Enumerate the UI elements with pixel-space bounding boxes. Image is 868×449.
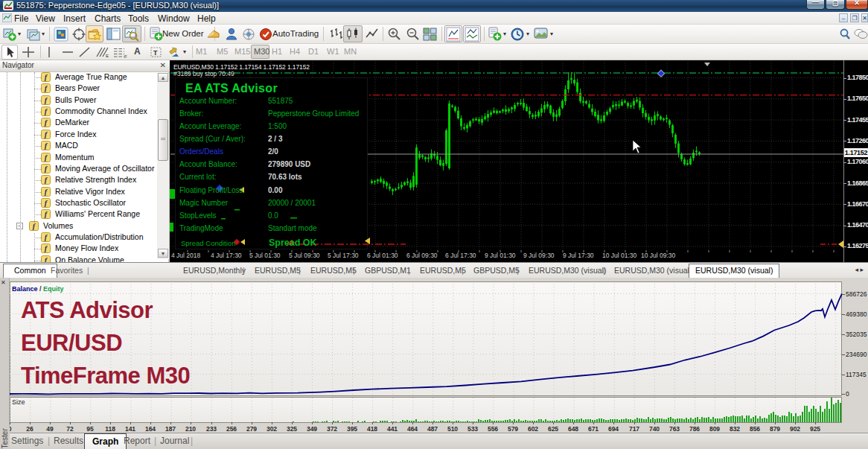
svg-text:Tester: Tester [1,428,9,449]
